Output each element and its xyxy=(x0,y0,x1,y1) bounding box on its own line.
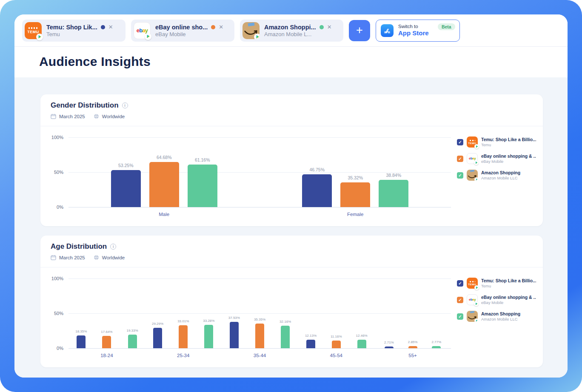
gridline-0 xyxy=(68,348,451,349)
x-category-label: 18-24 xyxy=(68,353,145,358)
bar-value-label: 33.28% xyxy=(203,319,214,323)
bar-groups: 53.25%64.68%61.16%46.75%35.32%38.84% xyxy=(68,137,451,207)
y-tick-label: 50% xyxy=(54,170,63,175)
bar-column: 64.68% xyxy=(149,137,179,207)
bar xyxy=(340,182,370,207)
bar xyxy=(385,347,394,348)
temu-app-icon: TEMU xyxy=(25,22,42,39)
x-category-label: Female xyxy=(260,212,451,217)
bar-group: 29.29%33.01%33.28% xyxy=(145,278,222,348)
y-axis: 100%50%0% xyxy=(49,278,68,348)
bar-column: 18.35% xyxy=(75,278,87,348)
legend-app-title: eBay online shopping & ... xyxy=(481,153,536,159)
play-triangle-icon xyxy=(256,35,259,39)
legend-app-title: Amazon Shopping xyxy=(481,311,520,317)
close-icon[interactable]: ✕ xyxy=(108,24,113,30)
google-play-badge-icon xyxy=(474,144,479,149)
y-tick-label: 50% xyxy=(54,311,63,316)
series-checkbox[interactable]: ✓ xyxy=(457,172,463,179)
bar-value-label: 19.33% xyxy=(126,329,138,332)
play-triangle-icon xyxy=(476,320,478,322)
play-triangle-icon xyxy=(476,287,478,289)
google-play-badge-icon xyxy=(474,318,478,322)
ebay-app-icon: ebay xyxy=(467,153,478,164)
bar-column: 61.16% xyxy=(188,137,217,207)
bar-group: 12.13%11.16%12.46% xyxy=(298,278,374,348)
bar-column: 12.46% xyxy=(356,278,368,348)
legend-app-publisher: Temu xyxy=(481,142,536,148)
bar-column: 29.29% xyxy=(152,278,163,348)
legend-item-temu[interactable]: ✓TEMUTemu: Shop Like a Billio...Temu xyxy=(457,136,536,148)
age-distribution-card: Age Distribution i March 2025 Worldwide xyxy=(40,236,543,367)
amazon-tape-detail xyxy=(248,23,254,26)
bar xyxy=(408,346,417,348)
y-tick-label: 0% xyxy=(57,346,63,351)
series-checkbox[interactable]: ✓ xyxy=(457,297,463,303)
switch-to-app-store-button[interactable]: Switch to App Store Beta xyxy=(376,20,460,42)
bar-group: 18.35%17.64%19.33% xyxy=(68,278,145,348)
y-axis: 100%50%0% xyxy=(49,137,68,207)
bar-group: 37.53%35.35%32.16% xyxy=(222,278,298,348)
series-checkbox[interactable]: ✓ xyxy=(457,313,463,320)
bar xyxy=(432,346,441,348)
decorative-gradient-frame: TEMU Temu: Shop Lik... ✕ Temu ebay xyxy=(0,0,582,392)
info-icon[interactable]: i xyxy=(110,244,116,250)
legend-item-temu[interactable]: ✓TEMUTemu: Shop Like a Billio...Temu xyxy=(457,278,536,289)
legend-item-ebay[interactable]: ✓ebayeBay online shopping & ...eBay Mobi… xyxy=(457,153,536,164)
legend-item-ebay[interactable]: ✓ebayeBay online shopping & ...eBay Mobi… xyxy=(457,294,536,305)
gender-chart: 100%50%0% 53.25%64.68%61.16%46.75%35.32%… xyxy=(40,126,543,226)
legend-texts: Temu: Shop Like a Billio...Temu xyxy=(481,137,536,148)
app-tab-amazon[interactable]: Amazon Shoppi... ✕ Amazon Mobile L... xyxy=(240,20,343,42)
period-label: March 2025 xyxy=(59,114,85,119)
bar-value-label: 53.25% xyxy=(118,163,134,168)
legend-app-publisher: Temu xyxy=(481,284,536,289)
temu-app-icon: TEMU xyxy=(467,136,478,148)
bar-column: 2.77% xyxy=(431,278,441,348)
chart-legend: ✓TEMUTemu: Shop Like a Billio...Temu✓eba… xyxy=(451,278,536,358)
bar xyxy=(306,340,315,348)
bar-column: 12.13% xyxy=(305,278,317,348)
bar xyxy=(179,325,188,348)
calendar-icon xyxy=(51,114,56,119)
bar-column: 11.16% xyxy=(331,278,342,348)
bar-group: 53.25%64.68%61.16% xyxy=(68,137,260,207)
region-label: Worldwide xyxy=(102,114,125,119)
card-title: Age Distribution xyxy=(51,242,107,251)
app-comparison-tabs-bar: TEMU Temu: Shop Lik... ✕ Temu ebay xyxy=(14,14,568,47)
series-checkbox[interactable]: ✓ xyxy=(457,156,463,162)
add-app-button[interactable]: + xyxy=(349,20,370,41)
bar-value-label: 37.53% xyxy=(228,316,240,320)
info-icon[interactable]: i xyxy=(122,102,128,108)
series-checkbox[interactable]: ✓ xyxy=(457,280,463,287)
tab-app-publisher: Amazon Mobile L... xyxy=(264,31,339,37)
bar-value-label: 2.71% xyxy=(384,341,394,344)
gridline-0 xyxy=(68,207,451,207)
legend-item-amazon[interactable]: ✓Amazon ShoppingAmazon Mobile LLC xyxy=(457,311,536,322)
x-category-label: Male xyxy=(68,212,260,217)
bar-value-label: 33.01% xyxy=(177,319,189,323)
series-checkbox[interactable]: ✓ xyxy=(457,139,463,145)
app-tab-temu[interactable]: TEMU Temu: Shop Lik... ✕ Temu xyxy=(22,20,126,42)
globe-icon xyxy=(94,114,99,119)
google-play-badge-icon xyxy=(145,33,151,40)
bar-value-label: 38.84% xyxy=(386,173,401,178)
x-category-label: 25-34 xyxy=(145,353,222,358)
content-area: Gender Distribution i March 2025 Worldwi… xyxy=(14,77,568,378)
bar-column: 32.16% xyxy=(280,278,291,348)
bar xyxy=(149,162,179,207)
play-triangle-icon xyxy=(38,35,41,39)
legend-app-publisher: Amazon Mobile LLC xyxy=(481,317,520,322)
app-tab-ebay[interactable]: ebay eBay online sho... ✕ eBay Mobile xyxy=(131,20,234,42)
legend-app-title: Temu: Shop Like a Billio... xyxy=(481,278,536,284)
legend-item-amazon[interactable]: ✓Amazon ShoppingAmazon Mobile LLC xyxy=(457,170,536,181)
close-icon[interactable]: ✕ xyxy=(219,24,223,30)
play-triangle-icon xyxy=(476,303,478,305)
x-axis: MaleFemale xyxy=(68,212,451,217)
temu-icon-wordmark: TEMU xyxy=(27,30,39,34)
legend-app-title: eBay online shopping & ... xyxy=(481,295,536,300)
bar-value-label: 64.68% xyxy=(157,155,172,160)
close-icon[interactable]: ✕ xyxy=(327,24,332,30)
legend-app-publisher: eBay Mobile xyxy=(481,159,536,164)
bar-value-label: 35.32% xyxy=(348,175,363,180)
legend-app-title: Amazon Shopping xyxy=(481,170,520,176)
